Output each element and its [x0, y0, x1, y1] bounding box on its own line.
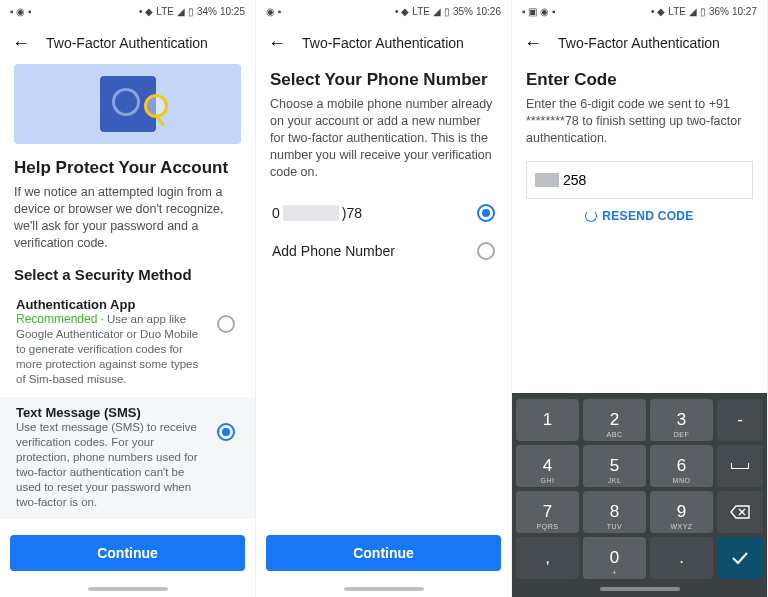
- status-bar: ◉ ▪ • ◆ LTE ◢ ▯ 35% 10:26: [256, 0, 511, 22]
- key-2[interactable]: 2: [583, 399, 646, 441]
- screen-enter-code: ▪ ▣ ◉ ▪ • ◆ LTE ◢ ▯ 36% 10:27 ← Two-Fact…: [512, 0, 768, 597]
- app-bar: ← Two-Factor Authentication: [512, 22, 767, 64]
- screen-setup: ▪ ◉ ▪ • ◆ LTE ◢ ▯ 34% 10:25 ← Two-Factor…: [0, 0, 256, 597]
- description: Choose a mobile phone number already on …: [270, 96, 497, 180]
- hero-illustration: [14, 64, 241, 144]
- battery-pct: 34%: [197, 6, 217, 17]
- battery-icon: ▯: [444, 6, 450, 17]
- submit-key[interactable]: [717, 537, 763, 579]
- masked-prefix: [535, 173, 559, 187]
- phone-option[interactable]: 0xxxx)78: [270, 194, 497, 232]
- numeric-keypad: 123-456789,0.: [512, 393, 767, 597]
- masked-digits: xxxx: [283, 205, 339, 221]
- battery-pct: 35%: [453, 6, 473, 17]
- lte-label: LTE: [668, 6, 686, 17]
- space-key[interactable]: [717, 445, 763, 487]
- battery-icon: ▯: [700, 6, 706, 17]
- wifi-icon: • ◆: [395, 6, 409, 17]
- page-title: Two-Factor Authentication: [46, 35, 208, 51]
- clock: 10:27: [732, 6, 757, 17]
- radio-selected-icon[interactable]: [217, 423, 235, 441]
- battery-icon: ▯: [188, 6, 194, 17]
- page-title: Two-Factor Authentication: [302, 35, 464, 51]
- key-.[interactable]: .: [650, 537, 713, 579]
- back-arrow-icon[interactable]: ←: [12, 34, 30, 52]
- key-5[interactable]: 5: [583, 445, 646, 487]
- heading: Enter Code: [526, 70, 753, 90]
- clock: 10:26: [476, 6, 501, 17]
- screen-select-phone: ◉ ▪ • ◆ LTE ◢ ▯ 35% 10:26 ← Two-Factor A…: [256, 0, 512, 597]
- section-heading: Select a Security Method: [14, 266, 241, 283]
- back-arrow-icon[interactable]: ←: [268, 34, 286, 52]
- nav-handle[interactable]: [344, 587, 424, 591]
- signal-icon: ◢: [689, 6, 697, 17]
- continue-button[interactable]: Continue: [10, 535, 245, 571]
- radio-unselected-icon[interactable]: [217, 315, 235, 333]
- recommended-badge: Recommended: [16, 312, 97, 326]
- lte-label: LTE: [156, 6, 174, 17]
- key-,[interactable]: ,: [516, 537, 579, 579]
- lte-label: LTE: [412, 6, 430, 17]
- method-desc: Recommended · Use an app like Google Aut…: [16, 312, 209, 387]
- radio-unselected-icon[interactable]: [477, 242, 495, 260]
- resend-code-button[interactable]: RESEND CODE: [526, 209, 753, 223]
- nav-handle[interactable]: [88, 587, 168, 591]
- method-title: Text Message (SMS): [16, 405, 209, 420]
- key-9[interactable]: 9: [650, 491, 713, 533]
- app-bar: ← Two-Factor Authentication: [0, 22, 255, 64]
- app-bar: ← Two-Factor Authentication: [256, 22, 511, 64]
- key-3[interactable]: 3: [650, 399, 713, 441]
- signal-icon: ◢: [433, 6, 441, 17]
- vault-icon: [100, 76, 156, 132]
- key-0[interactable]: 0: [583, 537, 646, 579]
- phone-number: 0xxxx)78: [272, 205, 362, 221]
- heading: Help Protect Your Account: [14, 158, 241, 178]
- heading: Select Your Phone Number: [270, 70, 497, 90]
- key-4[interactable]: 4: [516, 445, 579, 487]
- method-desc: Use text message (SMS) to receive verifi…: [16, 420, 209, 510]
- backspace-key[interactable]: [717, 491, 763, 533]
- code-input[interactable]: 258: [526, 161, 753, 199]
- signal-icon: ◢: [177, 6, 185, 17]
- key-6[interactable]: 6: [650, 445, 713, 487]
- description: If we notice an attempted login from a d…: [14, 184, 241, 252]
- page-title: Two-Factor Authentication: [558, 35, 720, 51]
- notif-icon: ◉ ▪: [266, 6, 281, 17]
- method-sms[interactable]: Text Message (SMS) Use text message (SMS…: [0, 397, 255, 520]
- refresh-icon: [585, 210, 597, 222]
- magnifier-icon: [144, 94, 168, 118]
- back-arrow-icon[interactable]: ←: [524, 34, 542, 52]
- key-8[interactable]: 8: [583, 491, 646, 533]
- key--[interactable]: -: [717, 399, 763, 441]
- code-value: 258: [563, 172, 586, 188]
- add-phone-option[interactable]: Add Phone Number: [270, 232, 497, 270]
- radio-selected-icon[interactable]: [477, 204, 495, 222]
- wifi-icon: • ◆: [139, 6, 153, 17]
- clock: 10:25: [220, 6, 245, 17]
- method-title: Authentication App: [16, 297, 209, 312]
- wifi-icon: • ◆: [651, 6, 665, 17]
- continue-button[interactable]: Continue: [266, 535, 501, 571]
- add-phone-label: Add Phone Number: [272, 243, 395, 259]
- notif-icon: ▪ ▣ ◉ ▪: [522, 6, 555, 17]
- notif-icon: ▪ ◉ ▪: [10, 6, 32, 17]
- method-auth-app[interactable]: Authentication App Recommended · Use an …: [14, 289, 241, 397]
- status-bar: ▪ ▣ ◉ ▪ • ◆ LTE ◢ ▯ 36% 10:27: [512, 0, 767, 22]
- key-7[interactable]: 7: [516, 491, 579, 533]
- nav-handle[interactable]: [600, 587, 680, 591]
- key-1[interactable]: 1: [516, 399, 579, 441]
- description: Enter the 6-digit code we sent to +91 **…: [526, 96, 753, 147]
- battery-pct: 36%: [709, 6, 729, 17]
- status-bar: ▪ ◉ ▪ • ◆ LTE ◢ ▯ 34% 10:25: [0, 0, 255, 22]
